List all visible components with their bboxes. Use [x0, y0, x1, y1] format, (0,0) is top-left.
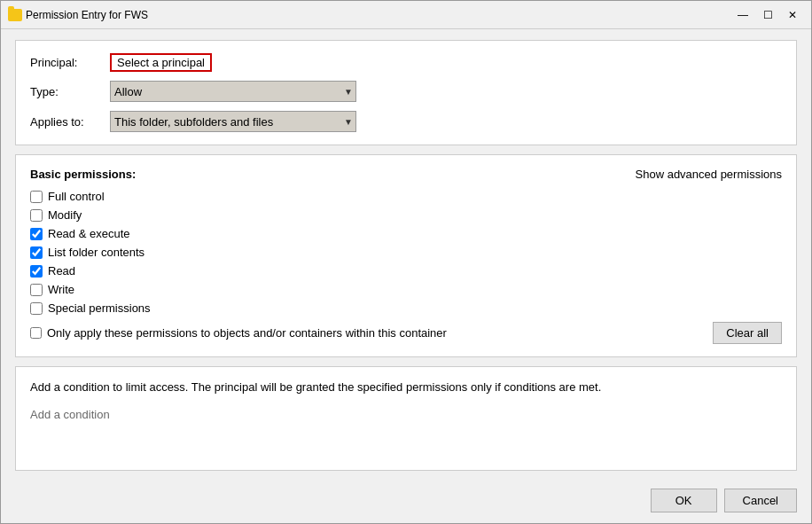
condition-panel: Add a condition to limit access. The pri…: [15, 366, 797, 471]
permission-read: Read: [30, 264, 782, 278]
read-execute-checkbox[interactable]: [30, 228, 43, 240]
show-advanced-permissions-link[interactable]: Show advanced permissions: [636, 168, 782, 181]
close-button[interactable]: ✕: [781, 4, 804, 27]
permission-special: Special permissions: [30, 301, 782, 315]
full-control-checkbox[interactable]: [30, 191, 43, 203]
cancel-button[interactable]: Cancel: [724, 489, 797, 512]
permissions-footer: Only apply these permissions to objects …: [30, 322, 782, 344]
write-label: Write: [48, 283, 74, 296]
dialog-footer: OK Cancel: [1, 481, 811, 523]
write-checkbox[interactable]: [30, 284, 43, 296]
dialog-content: Principal: Select a principal Type: Allo…: [1, 29, 811, 481]
type-select[interactable]: Allow Deny: [110, 81, 356, 102]
clear-all-button[interactable]: Clear all: [713, 322, 782, 344]
special-permissions-checkbox[interactable]: [30, 302, 43, 315]
principal-label: Principal:: [30, 56, 110, 69]
dialog-window: Permission Entry for FWS — ☐ ✕ Principal…: [0, 0, 812, 524]
type-select-wrapper: Allow Deny ▼: [110, 81, 356, 102]
only-apply-checkbox[interactable]: [30, 327, 42, 339]
permission-read-execute: Read & execute: [30, 227, 782, 240]
select-principal-link[interactable]: Select a principal: [110, 53, 212, 72]
read-execute-label: Read & execute: [48, 227, 130, 240]
principal-row: Principal: Select a principal: [30, 53, 782, 72]
applies-to-row: Applies to: This folder, subfolders and …: [30, 111, 782, 132]
full-control-label: Full control: [48, 190, 105, 203]
title-bar-controls: — ☐ ✕: [731, 4, 804, 27]
type-label: Type:: [30, 85, 110, 98]
add-condition-link[interactable]: Add a condition: [30, 408, 110, 421]
permission-write: Write: [30, 283, 782, 296]
permission-full-control: Full control: [30, 190, 782, 203]
only-apply-row: Only apply these permissions to objects …: [30, 326, 447, 340]
permissions-header: Basic permissions: Show advanced permiss…: [30, 168, 782, 181]
only-apply-label: Only apply these permissions to objects …: [47, 326, 447, 340]
permissions-panel: Basic permissions: Show advanced permiss…: [15, 154, 797, 357]
list-folder-checkbox[interactable]: [30, 246, 43, 259]
condition-description: Add a condition to limit access. The pri…: [30, 379, 782, 395]
modify-checkbox[interactable]: [30, 209, 43, 222]
read-label: Read: [48, 264, 75, 278]
applies-to-select-wrapper: This folder, subfolders and files This f…: [110, 111, 356, 132]
list-folder-label: List folder contents: [48, 246, 144, 259]
applies-to-select[interactable]: This folder, subfolders and files This f…: [110, 111, 356, 132]
title-bar-folder-icon: [8, 9, 22, 21]
permission-list-folder: List folder contents: [30, 246, 782, 259]
permissions-title: Basic permissions:: [30, 168, 136, 181]
maximize-button[interactable]: ☐: [756, 4, 779, 27]
title-bar: Permission Entry for FWS — ☐ ✕: [1, 1, 811, 29]
read-checkbox[interactable]: [30, 265, 43, 278]
applies-to-label: Applies to:: [30, 115, 110, 129]
special-permissions-label: Special permissions: [48, 301, 151, 315]
modify-label: Modify: [48, 208, 82, 222]
dialog-title: Permission Entry for FWS: [26, 9, 731, 21]
minimize-button[interactable]: —: [731, 4, 754, 27]
permission-modify: Modify: [30, 208, 782, 222]
top-panel: Principal: Select a principal Type: Allo…: [15, 40, 797, 145]
ok-button[interactable]: OK: [651, 489, 717, 512]
type-row: Type: Allow Deny ▼: [30, 81, 782, 102]
